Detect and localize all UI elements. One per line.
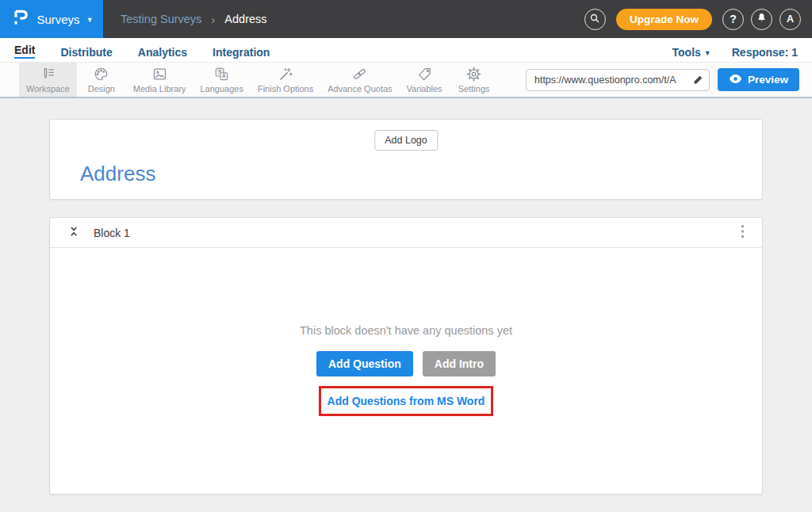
chevron-down-icon: ▼ bbox=[704, 49, 711, 57]
search-button[interactable] bbox=[584, 9, 606, 30]
edit-url-pencil-icon[interactable] bbox=[692, 74, 704, 89]
breadcrumb-parent[interactable]: Testing Surveys bbox=[121, 13, 201, 25]
toolbar-item-label: Design bbox=[88, 84, 115, 94]
toolbar-item-advance-quotas[interactable]: Advance Quotas bbox=[320, 63, 399, 97]
eye-icon bbox=[729, 74, 742, 86]
toolbar-item-label: Variables bbox=[407, 84, 442, 94]
toolbar-item-label: Languages bbox=[200, 84, 243, 94]
add-logo-button[interactable]: Add Logo bbox=[374, 130, 438, 151]
block-header: Block 1 bbox=[50, 218, 762, 248]
questionpro-logo-icon bbox=[10, 7, 30, 31]
tab-edit[interactable]: Edit bbox=[14, 44, 35, 59]
upgrade-now-button[interactable]: Upgrade Now bbox=[616, 9, 712, 30]
block-menu-button[interactable] bbox=[741, 224, 745, 242]
empty-block-message: This block doesn't have any questions ye… bbox=[50, 324, 762, 337]
toolbar-item-label: Workspace bbox=[26, 84, 70, 94]
advance-quotas-icon bbox=[351, 66, 368, 82]
help-icon: ? bbox=[730, 13, 737, 25]
add-question-button[interactable]: Add Question bbox=[316, 351, 413, 376]
collapse-vertical-icon bbox=[67, 225, 81, 241]
svg-text:A: A bbox=[222, 73, 226, 78]
help-button[interactable]: ? bbox=[722, 9, 744, 30]
tab-analytics[interactable]: Analytics bbox=[138, 46, 187, 59]
toolbar-item-label: Finish Options bbox=[258, 84, 313, 94]
settings-icon bbox=[465, 66, 482, 82]
breadcrumb-separator-icon: › bbox=[211, 13, 215, 26]
variables-icon bbox=[416, 66, 433, 82]
block-body: This block doesn't have any questions ye… bbox=[50, 248, 762, 494]
toolbar-item-label: Settings bbox=[458, 84, 490, 94]
survey-url-field bbox=[526, 69, 710, 91]
kebab-menu-icon bbox=[741, 224, 745, 242]
tab-distribute[interactable]: Distribute bbox=[60, 46, 112, 59]
breadcrumb-current: Address bbox=[224, 13, 266, 25]
avatar-initial: A bbox=[787, 13, 794, 25]
toolbar-item-workspace[interactable]: Workspace bbox=[19, 63, 77, 97]
survey-header-card: Add Logo Address bbox=[49, 119, 763, 200]
toolbar-item-settings[interactable]: Settings bbox=[450, 63, 499, 97]
survey-title[interactable]: Address bbox=[80, 162, 155, 186]
survey-link-area: Preview bbox=[526, 63, 812, 97]
survey-editor-canvas: Add Logo Address Block 1 bbox=[0, 98, 812, 495]
media-library-icon bbox=[151, 66, 168, 82]
toolbar-item-finish-options[interactable]: Finish Options bbox=[251, 63, 320, 97]
chevron-down-icon: ▼ bbox=[86, 17, 94, 24]
tools-menu-button[interactable]: Tools▼ bbox=[672, 46, 711, 59]
toolbar-item-label: Advance Quotas bbox=[327, 84, 392, 94]
avatar[interactable]: A bbox=[779, 9, 801, 30]
collapse-block-button[interactable] bbox=[67, 225, 81, 241]
design-icon bbox=[93, 66, 109, 82]
notifications-button[interactable] bbox=[751, 9, 772, 30]
topbar-actions: Upgrade Now ? A bbox=[584, 9, 812, 30]
preview-label: Preview bbox=[748, 74, 788, 86]
response-count[interactable]: Response: 1 bbox=[732, 46, 798, 59]
breadcrumb: Testing Surveys › Address bbox=[121, 13, 267, 26]
toolbar-item-design[interactable]: Design bbox=[77, 63, 126, 97]
workspace-icon bbox=[40, 66, 56, 82]
languages-icon: A bbox=[213, 66, 230, 82]
toolbar-item-label: Media Library bbox=[133, 84, 186, 94]
product-label: Surveys bbox=[36, 13, 79, 26]
section-nav: Edit Distribute Analytics Integration To… bbox=[0, 38, 812, 62]
red-highlight-box: Add Questions from MS Word bbox=[319, 386, 493, 416]
block-actions: Add Question Add Intro bbox=[50, 351, 762, 376]
tab-integration[interactable]: Integration bbox=[213, 46, 270, 59]
editor-toolbar: Workspace Design Media Library bbox=[0, 62, 812, 98]
toolbar-item-variables[interactable]: Variables bbox=[400, 63, 450, 97]
block-title[interactable]: Block 1 bbox=[94, 227, 130, 239]
nav-right: Tools▼ Response: 1 bbox=[672, 46, 798, 59]
top-bar: Surveys ▼ Testing Surveys › Address Upgr… bbox=[0, 0, 812, 38]
add-intro-button[interactable]: Add Intro bbox=[423, 351, 496, 376]
add-questions-from-ms-word-link[interactable]: Add Questions from MS Word bbox=[327, 395, 485, 407]
search-icon bbox=[588, 12, 601, 27]
bell-icon bbox=[756, 12, 768, 26]
product-switcher[interactable]: Surveys ▼ bbox=[0, 0, 103, 38]
finish-options-icon bbox=[278, 66, 294, 82]
survey-url-input[interactable] bbox=[526, 69, 710, 91]
preview-button[interactable]: Preview bbox=[718, 68, 799, 91]
block-card: Block 1 This block doesn't have any ques… bbox=[49, 217, 763, 495]
toolbar-item-media-library[interactable]: Media Library bbox=[126, 63, 193, 97]
toolbar-item-languages[interactable]: A Languages bbox=[193, 63, 250, 97]
